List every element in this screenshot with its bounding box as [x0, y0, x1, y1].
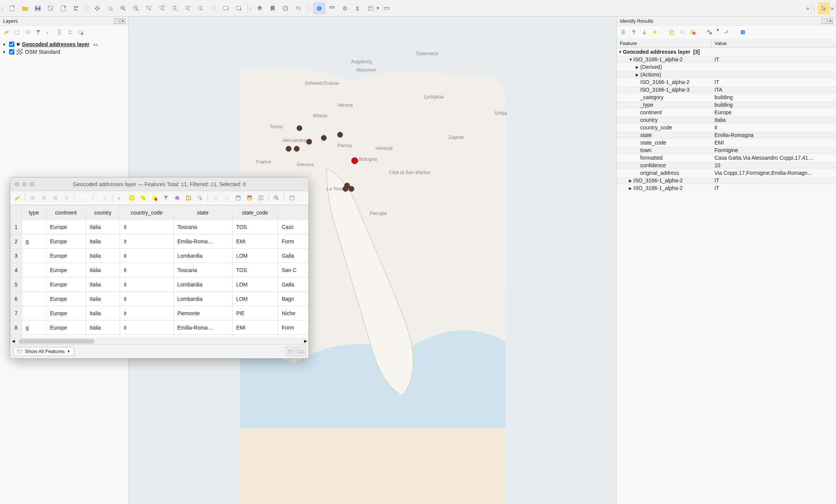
zoom-map-icon[interactable] [272, 193, 281, 202]
table-row[interactable]: 7EuropeItaliaitPiemontePIENiche [11, 306, 309, 320]
settings-icon[interactable] [339, 2, 351, 14]
save-edits-icon[interactable] [28, 193, 37, 202]
column-header[interactable]: state [173, 205, 232, 220]
identify-icon[interactable]: i [313, 2, 325, 14]
settings2-icon[interactable] [722, 28, 730, 36]
visibility-icon[interactable] [23, 28, 32, 36]
overflow-icon[interactable]: » [806, 5, 809, 11]
select-expr-icon[interactable]: ε [116, 193, 125, 202]
cursor-tool-icon[interactable] [818, 2, 830, 14]
pan-to-icon[interactable] [184, 193, 193, 202]
collapse-tree-icon[interactable] [630, 28, 638, 36]
cut-icon[interactable] [78, 193, 87, 202]
style-icon[interactable] [2, 28, 11, 36]
table-view-icon[interactable] [286, 347, 295, 356]
column-header[interactable] [278, 205, 309, 220]
identify-row[interactable]: townFormigine [617, 146, 836, 154]
table-row[interactable]: 4EuropeItaliaitToscanaTOSSan C [11, 263, 309, 277]
move-top-icon[interactable] [173, 193, 182, 202]
pan-selection-icon[interactable] [104, 2, 116, 14]
conditional-icon[interactable] [245, 193, 254, 202]
new-map-icon[interactable] [220, 2, 232, 14]
close-panel-icon[interactable]: ✕ [828, 19, 833, 24]
paste-icon[interactable] [100, 193, 109, 202]
layer-row[interactable]: ▼ OSM Standard [2, 48, 126, 56]
remove-icon[interactable] [76, 28, 85, 36]
copy-icon[interactable] [668, 28, 676, 36]
identify-row[interactable]: countryItalia [617, 116, 836, 124]
print-icon[interactable] [678, 28, 686, 36]
layer-checkbox[interactable] [9, 49, 14, 54]
table-row[interactable]: 6EuropeItaliaitLombardiaLOMBagn [11, 292, 309, 306]
identify-row[interactable]: ▶ISO_3166-1_alpha-2IT [617, 177, 836, 184]
column-header[interactable]: state_code [232, 205, 278, 220]
column-header[interactable]: continent [46, 205, 86, 220]
clock-icon[interactable] [279, 2, 292, 14]
save-icon[interactable] [32, 2, 44, 14]
expand-new-icon[interactable] [640, 28, 649, 36]
refresh-icon[interactable] [292, 2, 304, 14]
table-row[interactable]: 8gEuropeItaliaitEmilia-Roma…EMIForm [11, 320, 309, 335]
add-group-icon[interactable] [13, 28, 21, 36]
table-row[interactable]: 9EuropeItalyitPiedmontNULLNULL [11, 335, 309, 338]
identify-row[interactable]: ▶ISO_3166-1_alpha-2IT [617, 184, 836, 192]
tile-layer-icon[interactable] [254, 2, 266, 14]
identify-row[interactable]: ▶(Actions) [617, 71, 836, 78]
form-view-icon[interactable] [296, 347, 306, 356]
zoom-out-icon[interactable] [130, 2, 142, 14]
dock-icon[interactable] [287, 193, 296, 202]
style-manager-icon[interactable] [58, 2, 70, 14]
column-header[interactable]: type [22, 205, 46, 220]
zoom-layer-icon[interactable] [168, 2, 181, 14]
identify-row[interactable]: ISO_3166-1_alpha-3ITA [617, 86, 836, 93]
layer-checkbox[interactable] [9, 42, 14, 47]
attr-table-icon[interactable] [365, 2, 377, 14]
abc-tool-icon[interactable]: a [70, 2, 83, 14]
maximize-window-icon[interactable] [30, 182, 34, 187]
identify-row[interactable]: ▶(Derived) [617, 63, 836, 71]
table-row[interactable]: 1EuropeItaliaitToscanaTOSCasc [11, 220, 309, 234]
collapse-icon[interactable] [66, 28, 74, 36]
expand-tree-icon[interactable] [619, 28, 627, 36]
deselect-icon[interactable] [150, 193, 159, 202]
column-header[interactable]: country [86, 205, 120, 220]
identify-row[interactable]: ISO_3166-1_alpha-2IT [617, 78, 836, 86]
column-header[interactable]: country_code [120, 205, 173, 220]
zoom-native-icon[interactable]: 1:1 [181, 2, 193, 14]
ruler-icon[interactable] [381, 2, 393, 14]
del-col-icon[interactable] [222, 193, 231, 202]
bookmark-icon[interactable] [267, 2, 279, 14]
identify-row[interactable]: country_codeit [617, 124, 836, 131]
table-row[interactable]: 5EuropeItaliaitLombardiaLOMGalla [11, 277, 309, 292]
identify-row[interactable]: ▼ISO_3166-1_alpha-2IT [617, 56, 836, 63]
delete-icon[interactable] [62, 193, 71, 202]
table-row[interactable]: 2gEuropeItaliaitEmilia-Roma…EMIForm [11, 234, 309, 249]
new-3d-icon[interactable] [233, 2, 245, 14]
close-panel-icon[interactable]: ✕ [120, 19, 125, 24]
identify-tree[interactable]: ▼Geocoded addresses layer [3] ▼ISO_3166-… [617, 48, 836, 504]
edit-toggle-icon[interactable] [12, 193, 22, 202]
mode-icon[interactable] [705, 28, 714, 36]
sigma-icon[interactable]: Σ [352, 2, 364, 14]
new-col-icon[interactable] [211, 193, 220, 202]
identify-row[interactable]: confidence10 [617, 162, 836, 169]
identify-row[interactable]: original_address Via Coppi,17,Formigine,… [617, 169, 836, 177]
clear-icon[interactable] [689, 28, 697, 36]
reload-icon[interactable] [39, 193, 48, 202]
export-map-icon[interactable] [45, 2, 57, 14]
identify-row[interactable]: continentEurope [617, 109, 836, 116]
attr-grid[interactable]: typecontinentcountrycountry_codestatesta… [10, 205, 309, 338]
identify-row[interactable]: _typebuilding [617, 101, 836, 109]
undock-icon[interactable]: ▫ [822, 19, 827, 24]
zoom-last-icon[interactable] [194, 2, 206, 14]
layer-row[interactable]: ▼ Geocoded addresses layer ▭ [2, 40, 126, 48]
expand-icon[interactable] [55, 28, 64, 36]
measure-icon[interactable] [326, 2, 338, 14]
scrollbar-h[interactable]: ◀ ▶ [10, 338, 309, 344]
add-feature-icon[interactable] [51, 193, 60, 202]
new-file-icon[interactable] [6, 2, 18, 14]
select-all-icon[interactable] [127, 193, 136, 202]
attr-titlebar[interactable]: Geocoded addresses layer — Features Tota… [10, 177, 309, 191]
zoom-to-icon[interactable] [195, 193, 204, 202]
default-action-icon[interactable] [651, 28, 659, 36]
